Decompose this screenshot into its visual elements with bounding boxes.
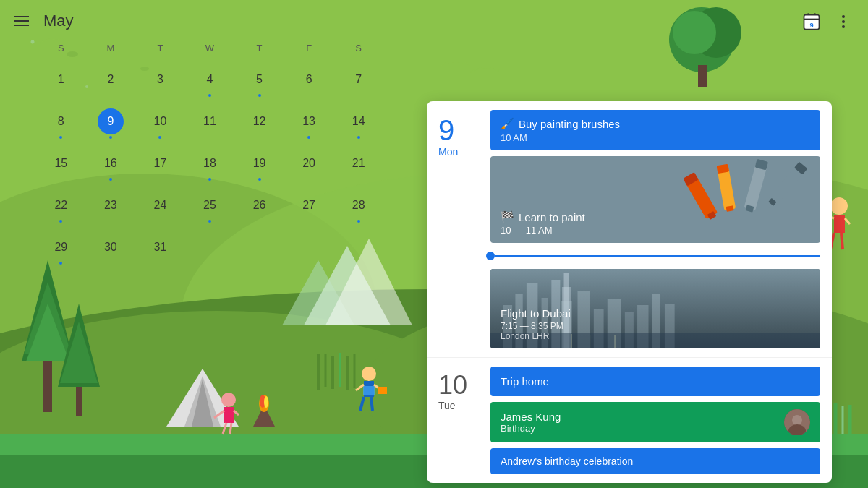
cal-dot xyxy=(158,136,161,139)
more-options-icon xyxy=(842,15,845,28)
brush-icon: 🖌️ xyxy=(501,117,514,130)
event-subtitle-james: Birthday xyxy=(501,423,561,434)
svg-line-62 xyxy=(841,233,843,249)
cal-cell[interactable]: 6 xyxy=(284,62,334,101)
cal-cell[interactable]: 28 xyxy=(333,188,383,227)
cal-num: 25 xyxy=(197,192,223,218)
agenda-day-name-9: Mon xyxy=(438,146,473,158)
cal-num: 3 xyxy=(147,67,173,93)
cal-cell xyxy=(234,230,284,269)
cal-num: 29 xyxy=(48,234,74,260)
more-options-button[interactable] xyxy=(830,9,856,35)
cal-cell xyxy=(333,230,383,269)
cal-cell[interactable]: 17 xyxy=(135,146,185,185)
cal-cell[interactable]: 12 xyxy=(234,104,284,143)
cal-num: 15 xyxy=(48,150,74,176)
svg-point-13 xyxy=(691,7,741,58)
cal-dot xyxy=(258,94,261,97)
cal-cell[interactable]: 8 xyxy=(36,104,86,143)
today-button[interactable]: 9 xyxy=(799,9,825,35)
event-buy-brushes[interactable]: 🖌️ Buy painting brushes 10 AM xyxy=(490,110,820,150)
cal-cell[interactable]: 14 xyxy=(333,104,383,143)
svg-line-44 xyxy=(214,411,224,418)
svg-marker-21 xyxy=(26,304,69,361)
cal-cell[interactable]: 1 xyxy=(36,62,86,101)
event-flight-dubai[interactable]: Flight to Dubai 7:15 — 8:35 PM London LH… xyxy=(490,269,820,348)
event-james-birthday[interactable]: James Kung Birthday xyxy=(490,402,820,442)
cal-cell xyxy=(284,230,334,269)
cal-num xyxy=(346,234,372,260)
cal-cell[interactable]: 7 xyxy=(333,62,383,101)
cal-num: 19 xyxy=(247,150,273,176)
month-title: May xyxy=(43,12,74,30)
cal-num: 24 xyxy=(147,192,173,218)
cal-cell[interactable]: 23 xyxy=(86,188,136,227)
svg-point-56 xyxy=(830,197,848,215)
cal-cell[interactable]: 22 xyxy=(36,188,86,227)
cal-num: 28 xyxy=(346,192,372,218)
cal-num: 8 xyxy=(48,108,74,134)
cal-cell[interactable]: 10 xyxy=(135,104,185,143)
svg-rect-50 xyxy=(363,386,375,395)
svg-marker-19 xyxy=(22,260,74,361)
cal-header-cell: M xyxy=(86,40,136,56)
cal-cell[interactable]: 13 xyxy=(284,104,334,143)
cal-num: 23 xyxy=(98,192,124,218)
event-andrew-birthday[interactable]: Andrew's birthday celebration xyxy=(490,448,820,474)
event-title-trip-home: Trip home xyxy=(501,375,810,388)
paint-tubes-illustration xyxy=(668,156,813,243)
cal-dot xyxy=(59,220,62,223)
agenda-day-num-9: 9 xyxy=(438,116,473,145)
header: May xyxy=(0,0,383,42)
cal-cell[interactable]: 19 xyxy=(234,146,284,185)
cal-cell[interactable]: 30 xyxy=(86,230,136,269)
svg-marker-36 xyxy=(192,380,213,427)
cal-cell[interactable]: 25 xyxy=(185,188,235,227)
cal-dot xyxy=(357,136,360,139)
event-title-james: James Kung xyxy=(501,411,561,423)
cal-num: 21 xyxy=(346,150,372,176)
james-avatar xyxy=(784,409,810,435)
svg-rect-43 xyxy=(224,407,234,423)
cal-num: 1 xyxy=(48,67,74,93)
cal-cell[interactable]: 27 xyxy=(284,188,334,227)
cal-cell[interactable]: 31 xyxy=(135,230,185,269)
cal-cell[interactable]: 9 xyxy=(86,104,136,143)
cal-cell[interactable]: 16 xyxy=(86,146,136,185)
cal-cell[interactable]: 29 xyxy=(36,230,86,269)
cal-header-cell: S xyxy=(333,40,383,56)
cal-num xyxy=(197,234,223,260)
svg-point-5 xyxy=(0,311,470,484)
agenda-panel: 9 Mon 🖌️ Buy painting brushes 10 AM xyxy=(427,101,832,483)
event-title-learn-paint: 🏁 Learn to paint xyxy=(501,210,585,223)
svg-marker-9 xyxy=(282,260,354,325)
svg-rect-82 xyxy=(717,168,736,211)
cal-header-cell: W xyxy=(185,40,235,56)
cal-cell[interactable]: 4 xyxy=(185,62,235,101)
agenda-date-10: 10 Tue xyxy=(427,358,485,483)
cal-num xyxy=(247,234,273,260)
time-dot xyxy=(486,252,495,260)
cal-cell[interactable]: 18 xyxy=(185,146,235,185)
cal-cell[interactable]: 11 xyxy=(185,104,235,143)
cal-cell[interactable]: 2 xyxy=(86,62,136,101)
svg-rect-18 xyxy=(43,354,52,412)
svg-marker-37 xyxy=(257,408,271,427)
cal-cell[interactable]: 15 xyxy=(36,146,86,185)
cal-cell[interactable]: 20 xyxy=(284,146,334,185)
event-learn-paint[interactable]: 🏁 Learn to paint 10 — 11 AM xyxy=(490,156,820,243)
svg-marker-23 xyxy=(58,304,100,387)
cal-cell[interactable]: 5 xyxy=(234,62,284,101)
cal-cell[interactable]: 24 xyxy=(135,188,185,227)
cal-cell[interactable]: 26 xyxy=(234,188,284,227)
menu-button[interactable] xyxy=(14,16,29,26)
agenda-events-10: Trip home James Kung Birthday A xyxy=(485,358,832,483)
cal-dot xyxy=(208,220,211,223)
svg-point-40 xyxy=(260,395,265,408)
event-trip-home[interactable]: Trip home xyxy=(490,367,820,396)
cal-num: 5 xyxy=(247,67,273,93)
cal-num: 27 xyxy=(296,192,322,218)
cal-cell[interactable]: 3 xyxy=(135,62,185,101)
cal-num: 2 xyxy=(98,67,124,93)
cal-cell[interactable]: 21 xyxy=(333,146,383,185)
